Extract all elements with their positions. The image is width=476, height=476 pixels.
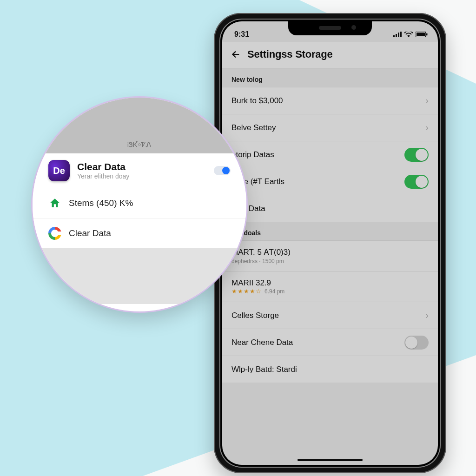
mag-row1-sub: Yerar elithen doay <box>77 172 206 180</box>
magnifier-topnote: ᎥᏕᏦ༹ᏤᏁ <box>127 141 152 149</box>
status-icons <box>393 32 428 37</box>
row-mart-sub: dephedrss · 1500 pm <box>231 258 291 264</box>
phone-frame: 9:31 Settingss Storage New tolog Burk to… <box>214 13 446 473</box>
nav-header: Settingss Storage <box>222 42 438 68</box>
row-marii-stars: ★★★★☆6.94 pm <box>231 288 284 295</box>
row-near[interactable]: Near Chene Data <box>222 329 438 356</box>
row-belve[interactable]: Belve Settey › <box>222 114 438 141</box>
svg-rect-0 <box>393 35 395 37</box>
row-otorip-label: otorip Datas <box>231 150 274 159</box>
status-time: 9:31 <box>234 30 249 39</box>
mag-row2-text: Stems (450) K% <box>69 198 231 208</box>
mag-row-stems[interactable]: Stems (450) K% <box>33 188 246 218</box>
row-belve-label: Belve Settey <box>231 123 276 132</box>
row-marii-title: MARII 32.9 <box>231 278 284 288</box>
row-obile[interactable]: obile (#T Eartls <box>222 168 438 195</box>
row-wlp-label: Wlp-ly Batd: Stardi <box>231 365 297 374</box>
mag-row1-title: Clear Data <box>77 161 206 172</box>
row-mart[interactable]: MART. 5 ᎪT(0)3) dephedrss · 1500 pm <box>222 240 438 271</box>
svg-rect-3 <box>400 32 402 37</box>
magnifier-circle: ᎥᏕᏦ༹ᏤᏁ De Clear Data Yerar elithen doay … <box>33 98 246 311</box>
row-otorip[interactable]: otorip Datas <box>222 141 438 168</box>
row-mart-title: MART. 5 ᎪT(0)3) <box>231 248 291 257</box>
svg-rect-5 <box>416 33 425 36</box>
chevron-right-icon: › <box>425 310 429 321</box>
svg-rect-1 <box>396 34 397 37</box>
toggle-near[interactable] <box>404 336 429 350</box>
svg-rect-6 <box>426 33 428 36</box>
row-burk[interactable]: Burk to $3,000 › <box>222 87 438 114</box>
row-marii[interactable]: MARII 32.9 ★★★★☆6.94 pm <box>222 271 438 302</box>
phone-bezel: 9:31 Settingss Storage New tolog Burk to… <box>219 19 441 468</box>
mag-row-clear-data-google[interactable]: Clear Data <box>33 218 246 248</box>
chevron-right-icon: › <box>425 122 429 133</box>
home-icon <box>48 197 61 210</box>
chevron-right-icon: › <box>425 95 429 106</box>
mag-row1-toggle[interactable] <box>214 166 231 175</box>
mag-row-clear-data-app[interactable]: De Clear Data Yerar elithen doay <box>33 153 246 188</box>
home-indicator <box>298 459 363 461</box>
phone-notch <box>288 21 372 35</box>
signal-icon <box>393 32 402 37</box>
section-label-1: New tolog <box>222 68 438 87</box>
row-celles[interactable]: Celles Storge › <box>222 302 438 329</box>
settings-content: New tolog Burk to $3,000 › Belve Settey … <box>222 68 438 383</box>
svg-rect-2 <box>398 33 399 37</box>
toggle-obile[interactable] <box>404 175 429 189</box>
wifi-icon <box>404 32 413 37</box>
section-label-2: Dandoals <box>222 222 438 240</box>
row-vary[interactable]: vary Data <box>222 195 438 222</box>
row-wlp[interactable]: Wlp-ly Batd: Stardi <box>222 356 438 383</box>
row-marii-sub: 6.94 pm <box>264 288 284 295</box>
row-near-label: Near Chene Data <box>231 338 293 347</box>
mag-row3-text: Clear Data <box>69 228 231 238</box>
row-burk-label: Burk to $3,000 <box>231 96 283 106</box>
google-icon <box>48 227 61 240</box>
row-celles-label: Celles Storge <box>231 311 279 320</box>
battery-icon <box>416 32 428 37</box>
back-icon[interactable] <box>231 49 241 60</box>
app-badge-icon: De <box>48 160 70 181</box>
phone-screen: 9:31 Settingss Storage New tolog Burk to… <box>222 21 438 465</box>
toggle-otorip[interactable] <box>404 148 429 162</box>
page-title: Settingss Storage <box>247 48 333 60</box>
